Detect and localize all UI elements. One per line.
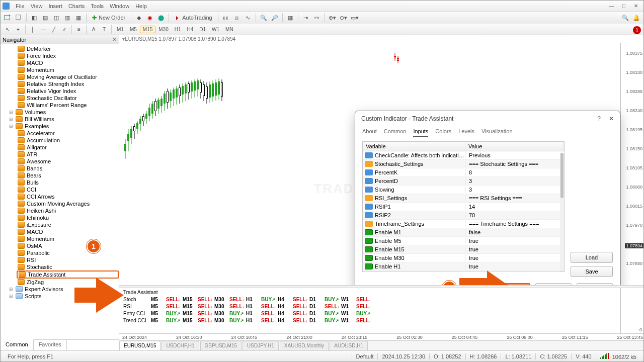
profiles-icon[interactable] [14, 13, 24, 23]
timeframe-M15[interactable]: M15 [140, 26, 155, 33]
input-row[interactable]: Timeframe_Settings=== Timeframe Settings… [363, 220, 564, 228]
meta-icon[interactable]: ◆ [134, 13, 144, 23]
terminal-icon[interactable]: ▥ [62, 13, 72, 23]
load-button[interactable]: Load [571, 252, 613, 263]
periods-icon[interactable]: ⊙▾ [339, 13, 349, 23]
nav-item-force-index[interactable]: Force Index [17, 52, 119, 59]
zoom-in-icon[interactable]: 🔍 [259, 13, 269, 23]
nav-tab-favorites[interactable]: Favorites [34, 340, 67, 350]
templates-icon[interactable]: ▭▾ [350, 13, 360, 23]
new-chart-icon[interactable]: + [3, 13, 13, 23]
grid-scrollbar[interactable] [560, 153, 564, 272]
market-watch-icon[interactable]: ◧ [29, 13, 39, 23]
nav-item-stochastic[interactable]: Stochastic [17, 263, 119, 270]
timeframe-M5[interactable]: M5 [127, 26, 140, 33]
nav-item-atr[interactable]: ATR [17, 151, 119, 158]
nav-item-volumes[interactable]: ⊞Volumes [8, 109, 119, 116]
tile-icon[interactable]: ▦ [285, 13, 295, 23]
scroll-icon[interactable]: ⇥ [301, 13, 311, 23]
indicators-icon[interactable]: ⊕▾ [328, 13, 338, 23]
dialog-help-icon[interactable]: ? [597, 115, 601, 122]
price-chart[interactable]: TRADERPTKT.COM 1.083751.083301.082851.08… [119, 43, 643, 285]
menu-window[interactable]: Window [107, 2, 132, 10]
navigator-close-icon[interactable]: ✕ [112, 36, 117, 43]
nav-item-relative-strength-index[interactable]: Relative Strength Index [17, 80, 119, 87]
nav-item-demarker[interactable]: DeMarker [17, 45, 119, 52]
dialog-close-icon[interactable]: ✕ [609, 115, 614, 122]
new-order-button[interactable]: ✚New Order [89, 13, 128, 23]
nav-item-parabolic[interactable]: Parabolic [17, 249, 119, 256]
hline-icon[interactable]: — [38, 24, 48, 34]
nav-tab-common[interactable]: Common [1, 339, 34, 350]
nav-item-rsi[interactable]: RSI [17, 256, 119, 263]
menu-help[interactable]: Help [132, 2, 150, 10]
nav-item-bill-williams[interactable]: ⊞Bill Williams [8, 116, 119, 123]
input-row[interactable]: Stochastic_Settings=== Stochastic Settin… [363, 160, 564, 168]
nav-item-bears[interactable]: Bears [17, 172, 119, 179]
nav-item-williams-percent-range[interactable]: Williams' Percent Range [17, 102, 119, 109]
timeframe-D1[interactable]: D1 [196, 26, 209, 33]
nav-item-macd[interactable]: MACD [17, 228, 119, 235]
nav-item-osma[interactable]: OsMA [17, 242, 119, 249]
zoom-out-icon[interactable]: 🔎 [270, 13, 280, 23]
nav-item-examples[interactable]: ⊞Examples [8, 123, 119, 130]
timeframe-W1[interactable]: W1 [209, 26, 222, 33]
shift-icon[interactable]: ↦ [312, 13, 322, 23]
nav-item-momentum[interactable]: Momentum [17, 66, 119, 73]
chart-tab-gbpusd-m15[interactable]: GBPUSD,M15 [200, 341, 242, 350]
dialog-tab-levels[interactable]: Levels [458, 126, 474, 137]
nav-item-stochastic-oscillator[interactable]: Stochastic Oscillator [17, 95, 119, 102]
dialog-tab-inputs[interactable]: Inputs [413, 126, 428, 137]
nav-item-iexposure[interactable]: iExposure [17, 221, 119, 228]
nav-item-cci[interactable]: CCI [17, 186, 119, 193]
chart-tab-xauusd-monthly[interactable]: XAUUSD,Monthly [280, 341, 329, 350]
label-icon[interactable]: T [99, 24, 109, 34]
channel-icon[interactable]: ⫽ [59, 24, 69, 34]
input-row[interactable]: PercentD3 [363, 177, 564, 186]
save-button[interactable]: Save [571, 266, 613, 277]
crosshair-icon[interactable]: + [13, 24, 23, 34]
nav-item-relative-vigor-index[interactable]: Relative Vigor Index [17, 87, 119, 95]
timeframe-H1[interactable]: H1 [172, 26, 184, 33]
cancel-button[interactable]: Cancel [535, 283, 572, 285]
notification-badge[interactable]: 1 [633, 26, 641, 34]
signals-icon[interactable]: ◉ [145, 13, 155, 23]
dialog-tab-visualization[interactable]: Visualization [481, 126, 513, 137]
nav-item-ichimoku[interactable]: Ichimoku [17, 214, 119, 221]
chart-tab-usdjpy-h1[interactable]: USDJPY,H1 [243, 341, 279, 350]
chart-tab-usdchf-h1[interactable]: USDCHF,H1 [162, 341, 199, 350]
cursor-icon[interactable]: ↖ [3, 24, 13, 34]
maximize-button[interactable]: □ [618, 2, 629, 10]
input-row[interactable]: Enable M30true [363, 254, 564, 262]
dialog-tab-colors[interactable]: Colors [435, 126, 451, 137]
input-row[interactable]: Enable H1true [363, 262, 564, 271]
navigator-icon[interactable]: ◫ [51, 13, 61, 23]
minimize-button[interactable]: — [606, 2, 617, 10]
candle-chart-icon[interactable]: ⧈ [232, 13, 242, 23]
nav-item-momentum[interactable]: Momentum [17, 235, 119, 242]
autotrading-button[interactable]: ⏵AutoTrading [172, 13, 215, 23]
input-row[interactable]: PercentK8 [363, 168, 564, 177]
input-row[interactable]: Enable M15true [363, 245, 564, 254]
text-icon[interactable]: A [89, 24, 99, 34]
dialog-tab-common[interactable]: Common [384, 126, 407, 137]
timeframe-MN[interactable]: MN [222, 26, 236, 33]
menu-file[interactable]: File [13, 2, 28, 10]
bar-chart-icon[interactable]: ⫾⫾ [221, 13, 231, 23]
fibo-icon[interactable]: ≡ [74, 24, 84, 34]
nav-item-moving-average-of-oscillator[interactable]: Moving Average of Oscillator [17, 73, 119, 80]
line-chart-icon[interactable]: ∿ [243, 13, 253, 23]
nav-item-cci-arrows[interactable]: CCI Arrows [17, 193, 119, 200]
inputs-grid[interactable]: Variable Value CheckCandle: Affects both… [362, 141, 565, 272]
indicator-subwindow[interactable]: Trade Assistant StochM5SELLM15SELLM30SEL… [119, 288, 643, 333]
alerts-icon[interactable]: 🔔 [631, 13, 641, 23]
menu-view[interactable]: View [28, 2, 46, 10]
input-row[interactable]: Enable M5true [363, 237, 564, 245]
input-row[interactable]: Enable M1false [363, 228, 564, 237]
nav-item-heiken-ashi[interactable]: Heiken Ashi [17, 207, 119, 214]
market-icon[interactable]: ⬤ [156, 13, 166, 23]
dialog-tab-about[interactable]: About [362, 126, 377, 137]
input-row[interactable]: RSIP114 [363, 203, 564, 211]
search-icon[interactable]: 🔍 [620, 13, 630, 23]
input-row[interactable]: CheckCandle: Affects both indications an… [363, 151, 564, 160]
